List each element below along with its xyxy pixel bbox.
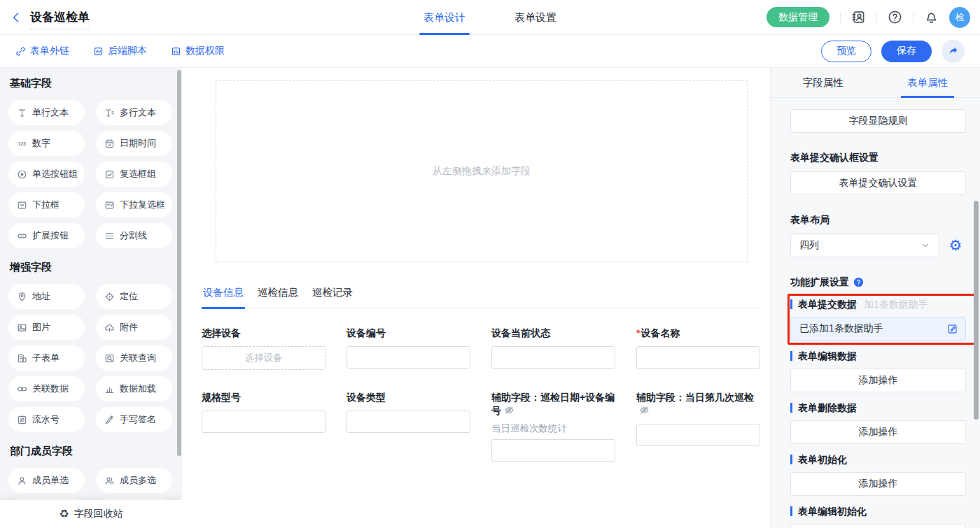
field-input-placeholder[interactable]: 选择设备 xyxy=(202,346,326,370)
layout-select[interactable]: 四列 xyxy=(790,234,939,257)
main-content: 基础字段单行文本多行文本123数字日期时间单选按钮组复选框组下拉框下拉复选框扩展… xyxy=(0,68,980,528)
link-icon xyxy=(15,46,26,57)
field-pill[interactable]: 123数字 xyxy=(8,131,85,156)
properties-tab-0[interactable]: 字段属性 xyxy=(771,68,876,97)
field-pill[interactable]: 分割线 xyxy=(96,223,172,248)
add-action-button[interactable]: 添加操作 xyxy=(790,472,966,496)
header-right: 数据管理 检 xyxy=(766,7,970,28)
member-multi-icon xyxy=(104,476,115,486)
header-tab-1[interactable]: 表单设置 xyxy=(512,0,559,35)
user-avatar[interactable]: 检 xyxy=(949,7,970,28)
toolbar-link[interactable]: 表单外链 xyxy=(15,45,69,57)
section-marker xyxy=(790,299,792,309)
field-pill[interactable]: 定位 xyxy=(96,284,172,309)
add-action-button[interactable]: 添加操作 xyxy=(790,524,966,528)
save-button[interactable]: 保存 xyxy=(881,41,932,62)
toolbar-link[interactable]: 数据权限 xyxy=(171,45,225,57)
field-palette-sidebar: 基础字段单行文本多行文本123数字日期时间单选按钮组复选框组下拉框下拉复选框扩展… xyxy=(0,68,182,528)
field-pill[interactable]: 下拉复选框 xyxy=(96,192,172,217)
script-icon xyxy=(93,46,104,57)
share-icon xyxy=(948,45,959,57)
sub-toolbar: 表单外链后端脚本数据权限 预览 保存 xyxy=(0,35,980,68)
panel-scrollbar[interactable] xyxy=(974,201,979,420)
field-input[interactable] xyxy=(346,411,470,433)
eye-off-icon[interactable] xyxy=(639,405,650,415)
field-pill[interactable]: 关联查询 xyxy=(96,345,172,371)
field-pill[interactable]: 日期时间 xyxy=(96,131,172,156)
field-label: 规格型号 xyxy=(202,391,326,404)
field-input[interactable] xyxy=(636,346,760,369)
contacts-icon[interactable] xyxy=(851,10,866,24)
help-icon[interactable] xyxy=(888,10,902,24)
field-input[interactable] xyxy=(202,411,326,433)
field-group-title: 基础字段 xyxy=(10,76,171,90)
form-field: 规格型号 xyxy=(202,391,326,433)
field-pill[interactable]: 图片 xyxy=(8,315,85,340)
field-pill[interactable]: 扩展按钮 xyxy=(8,223,85,248)
field-pill[interactable]: 关联数据 xyxy=(8,376,85,401)
field-pill[interactable]: 流水号 xyxy=(8,407,85,432)
recycle-icon: ♻ xyxy=(59,508,69,520)
field-pill[interactable]: 子表单 xyxy=(8,345,85,371)
field-pill[interactable]: 多行文本 xyxy=(96,100,172,125)
submit-confirm-setting-button[interactable]: 表单提交确认设置 xyxy=(790,171,966,195)
form-section-tab-0[interactable]: 设备信息 xyxy=(202,286,245,309)
field-pill[interactable]: 成员多选 xyxy=(96,468,172,493)
multi-select-icon xyxy=(104,200,115,211)
toolbar-right: 预览 保存 xyxy=(821,40,965,63)
field-pill[interactable]: 成员单选 xyxy=(8,468,85,493)
field-pill-label: 成员单选 xyxy=(32,474,69,487)
form-section-tab-2[interactable]: 巡检记录 xyxy=(311,286,354,309)
add-action-button[interactable]: 添加操作 xyxy=(790,420,966,444)
field-pill[interactable]: 单行文本 xyxy=(8,100,85,125)
field-recycle-bin-button[interactable]: ♻ 字段回收站 xyxy=(0,500,182,528)
field-pill-label: 定位 xyxy=(120,290,138,303)
properties-tabs: 字段属性表单属性 xyxy=(771,68,980,98)
field-pill-label: 手写签名 xyxy=(120,413,156,426)
divider-icon xyxy=(104,231,115,241)
toolbar-link[interactable]: 后端脚本 xyxy=(93,45,147,57)
location-icon xyxy=(104,292,115,302)
section-title: 表单初始化 xyxy=(798,452,847,466)
datetime-icon xyxy=(104,138,115,149)
notification-bell-icon[interactable] xyxy=(924,10,939,24)
field-pill[interactable]: 数据加载 xyxy=(96,376,172,401)
field-pill[interactable]: 复选框组 xyxy=(96,162,172,187)
linked-data-icon xyxy=(17,384,27,394)
form-title[interactable]: 设备巡检单 xyxy=(30,9,90,29)
properties-tab-1[interactable]: 表单属性 xyxy=(876,68,980,97)
field-input[interactable] xyxy=(491,346,615,369)
share-button[interactable] xyxy=(941,40,965,63)
sidebar-scrollbar[interactable] xyxy=(177,70,181,456)
form-field: 设备编号 xyxy=(346,327,470,369)
question-circle-icon[interactable] xyxy=(853,277,864,287)
field-pill-label: 下拉框 xyxy=(32,199,59,211)
add-action-button[interactable]: 添加操作 xyxy=(790,369,966,392)
hidden-field-sublabel: 当日巡检次数统计 xyxy=(491,422,615,435)
field-input[interactable] xyxy=(346,346,470,369)
toolbar-link-label: 后端脚本 xyxy=(108,45,147,57)
data-manage-button[interactable]: 数据管理 xyxy=(766,7,830,27)
layout-gear-button[interactable]: ⚙ xyxy=(945,234,966,257)
field-input[interactable] xyxy=(636,424,760,446)
field-pill[interactable]: 下拉框 xyxy=(8,192,85,217)
eye-off-icon[interactable] xyxy=(504,405,514,415)
field-input[interactable] xyxy=(491,439,615,462)
section-marker xyxy=(790,455,792,464)
section-title: 表单提交数据 xyxy=(798,297,857,311)
field-label: 设备类型 xyxy=(346,391,470,404)
section-marker xyxy=(790,506,792,516)
drag-dropzone[interactable]: 从左侧拖拽来添加字段 xyxy=(216,80,748,262)
field-pill[interactable]: 手写签名 xyxy=(96,407,172,432)
field-label-text: 设备编号 xyxy=(346,327,386,338)
field-visibility-rule-button[interactable]: 字段显隐规则 xyxy=(790,109,966,133)
preview-button[interactable]: 预览 xyxy=(821,41,872,62)
data-assistant-added-button[interactable]: 已添加1条数据助手 xyxy=(790,317,966,341)
form-section-tab-1[interactable]: 巡检信息 xyxy=(256,286,300,309)
field-pill[interactable]: 附件 xyxy=(96,315,172,340)
header-tab-0[interactable]: 表单设计 xyxy=(421,0,468,35)
permission-icon xyxy=(171,46,181,57)
field-pill[interactable]: 单选按钮组 xyxy=(8,162,85,187)
back-icon[interactable] xyxy=(10,11,22,24)
field-pill[interactable]: 地址 xyxy=(8,284,85,309)
